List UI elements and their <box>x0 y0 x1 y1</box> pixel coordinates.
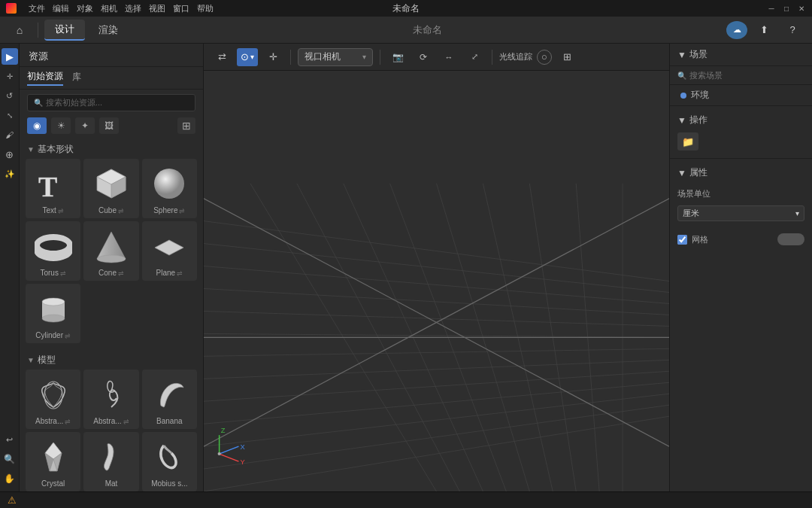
tool-hand[interactable]: ✋ <box>2 470 18 487</box>
scene-search-icon: 🔍 <box>677 71 686 80</box>
scene-header[interactable]: ▼ 场景 <box>670 44 812 66</box>
environment-label: 环境 <box>691 89 709 102</box>
share-button[interactable]: ⬆ <box>752 20 776 41</box>
assets-scroll[interactable]: ▼ 基本形状 T Text ⇌ <box>20 138 203 491</box>
menu-window[interactable]: 窗口 <box>173 3 189 14</box>
maximize-button[interactable]: □ <box>782 4 791 13</box>
cloud-icon[interactable]: ☁ <box>726 21 747 39</box>
asset-torus[interactable]: Torus ⇌ <box>26 221 80 281</box>
tab-library[interactable]: 库 <box>72 71 81 85</box>
filter-image[interactable]: 🖼 <box>99 117 119 134</box>
section-models[interactable]: ▼ 模型 <box>20 349 203 370</box>
asset-plane[interactable]: Plane ⇌ <box>142 221 197 281</box>
menu-edit[interactable]: 编辑 <box>53 3 69 14</box>
tab-starter-assets[interactable]: 初始资源 <box>27 70 63 86</box>
help-button[interactable]: ? <box>780 20 804 41</box>
section-basic-shapes[interactable]: ▼ 基本形状 <box>20 138 203 159</box>
asset-torus-adj: ⇌ <box>60 269 66 277</box>
toolbar-center: 未命名 <box>132 23 723 37</box>
vp-transform-btn[interactable]: ⇄ <box>211 48 232 66</box>
asset-abstract2-label: Abstra... ⇌ <box>93 417 129 425</box>
models-grid: Abstra... ⇌ Abstra... <box>20 370 203 491</box>
tool-zoom[interactable]: 🔍 <box>2 451 18 467</box>
svg-point-9 <box>97 255 126 263</box>
menu-help[interactable]: 帮助 <box>197 3 214 14</box>
menu-view[interactable]: 视图 <box>149 3 165 14</box>
asset-crystal[interactable]: Crystal <box>26 432 80 491</box>
scene-item-environment[interactable]: 环境 <box>670 85 812 105</box>
cursor-btn[interactable]: ✛ <box>262 48 283 66</box>
snap-icon: ⊙ <box>241 51 249 62</box>
pan-btn[interactable]: ↔ <box>438 48 459 66</box>
zoom-btn[interactable]: ⤢ <box>464 48 485 66</box>
minimize-button[interactable]: ─ <box>767 4 776 13</box>
raytracing-toggle[interactable]: ○ <box>537 50 552 65</box>
scene-unit-select[interactable]: 厘米 ▾ <box>677 205 804 221</box>
camera-select[interactable]: 视口相机 ▾ <box>298 48 373 66</box>
asset-mat-thumb <box>89 437 133 476</box>
chevron-basic: ▼ <box>27 145 35 154</box>
menu-select[interactable]: 选择 <box>125 3 141 14</box>
filter-circle[interactable]: ◉ <box>27 117 47 134</box>
filter-star[interactable]: ✦ <box>75 117 95 134</box>
unit-dropdown-icon: ▾ <box>795 209 799 217</box>
scene-unit-label: 场景单位 <box>677 188 710 199</box>
tool-select[interactable]: ▶ <box>2 48 18 65</box>
tab-design[interactable]: 设计 <box>44 20 85 41</box>
tool-move[interactable]: ✛ <box>2 68 18 84</box>
home-button[interactable]: ⌂ <box>8 20 32 41</box>
svg-text:Z: Z <box>221 427 226 434</box>
vp-sep3 <box>492 50 492 65</box>
menu-camera[interactable]: 相机 <box>101 3 117 14</box>
grid-checkbox[interactable] <box>677 235 687 245</box>
grid-toggle[interactable] <box>777 233 804 245</box>
orbit-btn[interactable]: ⟳ <box>413 48 434 66</box>
svg-rect-19 <box>204 71 669 491</box>
scene-search-input[interactable] <box>689 71 804 80</box>
asset-mobius[interactable]: Mobius s... <box>142 432 197 491</box>
environment-btn[interactable]: ⊞ <box>556 48 577 66</box>
menu-object[interactable]: 对象 <box>77 3 93 14</box>
tool-paint[interactable]: 🖌 <box>2 126 18 143</box>
tool-add[interactable]: ⊕ <box>2 146 18 163</box>
filter-sun[interactable]: ☀ <box>51 117 71 134</box>
status-bar: ⚠ <box>0 491 812 508</box>
asset-cylinder[interactable]: Cylinder ⇌ <box>26 284 80 343</box>
snap-dropdown-icon[interactable]: ▾ <box>250 53 254 61</box>
svg-text:X: X <box>240 443 244 451</box>
asset-text[interactable]: T Text ⇌ <box>26 159 80 218</box>
svg-point-4 <box>154 169 184 199</box>
asset-cone[interactable]: Cone ⇌ <box>83 221 138 281</box>
camera-switch-btn[interactable]: 📷 <box>387 48 408 66</box>
tool-scale[interactable]: ⤡ <box>2 107 18 123</box>
folder-button[interactable]: 📁 <box>677 132 698 151</box>
snap-button[interactable]: ⊙ ▾ <box>237 48 258 66</box>
section-models-label: 模型 <box>38 354 56 367</box>
grid-view-button[interactable]: ⊞ <box>177 117 195 134</box>
asset-banana[interactable]: Banana <box>142 370 197 429</box>
asset-cube[interactable]: Cube ⇌ <box>83 159 138 218</box>
tab-render[interactable]: 渲染 <box>88 20 129 40</box>
asset-abstract1[interactable]: Abstra... ⇌ <box>26 370 80 429</box>
vp-sep1 <box>290 50 291 65</box>
props-header[interactable]: ▼ 属性 <box>670 163 812 182</box>
asset-torus-label: Torus ⇌ <box>40 269 65 277</box>
asset-abstract2[interactable]: Abstra... ⇌ <box>83 370 138 429</box>
operations-header[interactable]: ▼ 操作 <box>670 111 812 129</box>
asset-cube-label: Cube ⇌ <box>98 206 124 214</box>
main-toolbar: ⌂ 设计 渲染 未命名 ☁ ⬆ ? <box>0 17 812 44</box>
3d-viewport[interactable]: X Y Z <box>204 71 669 491</box>
tool-rotate[interactable]: ↺ <box>2 87 18 104</box>
asset-sphere[interactable]: Sphere ⇌ <box>142 159 197 218</box>
vp-sep2 <box>380 50 380 65</box>
tool-history[interactable]: ↩ <box>2 431 18 448</box>
chevron-models: ▼ <box>27 356 35 364</box>
close-button[interactable]: ✕ <box>797 4 806 13</box>
tool-magic[interactable]: ✨ <box>2 166 18 182</box>
properties-section: ▼ 属性 场景单位 厘米 ▾ <box>670 158 812 256</box>
assets-search-box[interactable]: 🔍 搜索初始资源... <box>27 94 195 111</box>
asset-mat[interactable]: Mat <box>83 432 138 491</box>
asset-cone-thumb <box>89 227 133 266</box>
svg-point-13 <box>42 315 65 322</box>
menu-file[interactable]: 文件 <box>29 3 45 14</box>
